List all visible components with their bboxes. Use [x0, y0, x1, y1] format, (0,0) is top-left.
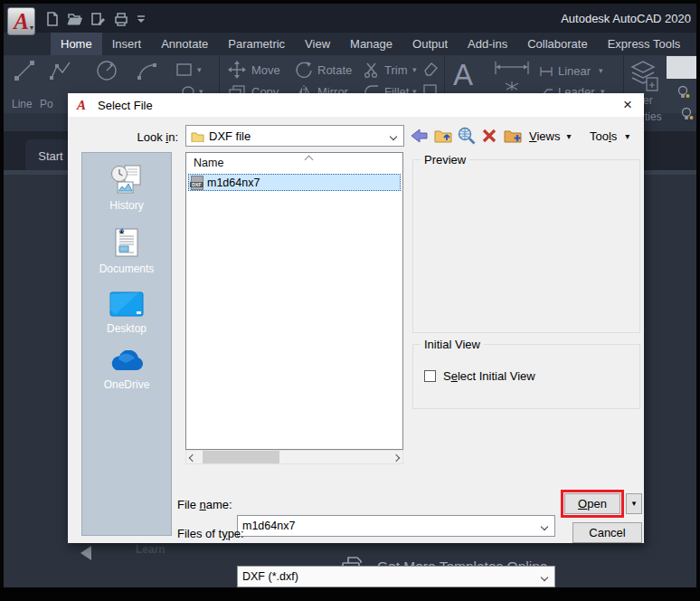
- chevron-down-icon: [541, 574, 548, 581]
- autocad-logo-icon: A: [14, 9, 29, 33]
- file-list[interactable]: Name DXF m1d64nx7: [185, 152, 403, 450]
- learn-section-label: Learn: [136, 543, 166, 556]
- linear-dim-icon[interactable]: [539, 65, 553, 78]
- look-in-label: Look in:: [99, 130, 178, 144]
- eraser-tool-icon[interactable]: [422, 60, 439, 76]
- file-row-selected[interactable]: DXF m1d64nx7: [188, 174, 401, 191]
- circle-tool-icon[interactable]: [94, 58, 119, 83]
- tab-output[interactable]: Output: [402, 33, 458, 55]
- app-titlebar: A ▾ Autodesk AutoCAD 2020: [4, 4, 696, 33]
- tab-insert[interactable]: Insert: [102, 33, 152, 55]
- dimension-tool-icon[interactable]: [492, 60, 532, 94]
- up-one-level-button[interactable]: [433, 126, 453, 146]
- rotate-tool-label[interactable]: Rotate: [317, 63, 352, 77]
- back-button[interactable]: [410, 126, 430, 146]
- ribbon-tab-bar: Home Insert Annotate Parametric View Man…: [51, 33, 696, 55]
- layer-properties-icon[interactable]: [629, 58, 661, 94]
- layer-bulb-icon[interactable]: [676, 85, 691, 100]
- scroll-left-arrow[interactable]: [186, 453, 199, 462]
- chevron-down-icon: [390, 133, 397, 140]
- autocad-app-button[interactable]: A ▾: [7, 7, 35, 35]
- select-initial-view-checkbox[interactable]: [424, 370, 436, 382]
- search-web-button[interactable]: [457, 126, 477, 146]
- customize-quick-access-icon[interactable]: [135, 12, 147, 26]
- layer-bulb-icon[interactable]: [680, 107, 695, 121]
- files-of-type-value: DXF (*.dxf): [242, 570, 298, 583]
- tab-view[interactable]: View: [295, 33, 340, 55]
- documents-icon: [113, 227, 140, 258]
- plot-icon[interactable]: [112, 11, 128, 27]
- tab-annotate[interactable]: Annotate: [151, 33, 218, 55]
- tab-collaborate[interactable]: Collaborate: [517, 33, 598, 55]
- tools-menu[interactable]: Tools ▾: [590, 129, 629, 143]
- close-icon[interactable]: ×: [619, 96, 637, 114]
- chevron-down-icon: ▾: [566, 131, 571, 141]
- scroll-right-arrow[interactable]: [390, 453, 402, 462]
- tab-add-ins[interactable]: Add-ins: [458, 33, 517, 55]
- views-menu[interactable]: Views ▾: [529, 129, 571, 143]
- place-desktop[interactable]: Desktop: [107, 291, 147, 335]
- screen: A ▾ Autodesk AutoCAD 2020 Home Insert An…: [0, 0, 700, 601]
- text-tool-icon[interactable]: A: [453, 58, 473, 92]
- place-onedrive[interactable]: OneDrive: [104, 350, 150, 391]
- autocad-logo-icon: A: [77, 98, 86, 113]
- bottom-bar: [0, 587, 700, 601]
- chevron-down-icon[interactable]: ▾: [599, 66, 603, 75]
- folder-icon: [191, 130, 204, 142]
- chevron-down-icon: [541, 523, 548, 530]
- new-folder-button[interactable]: [503, 126, 523, 146]
- cancel-button[interactable]: Cancel: [572, 522, 642, 543]
- dialog-titlebar[interactable]: A Select File: [68, 93, 644, 117]
- place-label: Desktop: [107, 322, 147, 335]
- chevron-down-icon: ▾: [30, 24, 33, 32]
- tab-parametric[interactable]: Parametric: [218, 33, 295, 55]
- tab-express-tools[interactable]: Express Tools: [598, 33, 691, 55]
- place-history[interactable]: History: [109, 164, 144, 212]
- save-file-icon[interactable]: [90, 11, 106, 27]
- move-tool-icon[interactable]: [228, 61, 246, 79]
- column-header-name[interactable]: Name: [194, 157, 223, 169]
- place-label: OneDrive: [104, 378, 150, 391]
- history-icon: [109, 164, 144, 195]
- linear-dim-label[interactable]: Linear: [558, 64, 591, 78]
- look-in-dropdown[interactable]: DXF file: [185, 125, 404, 147]
- file-name-text: m1d64nx7: [207, 176, 260, 189]
- file-name-value: m1d64nx7: [242, 520, 295, 532]
- polyline-tool-label: Po: [40, 98, 53, 110]
- collapse-chevron-icon[interactable]: [80, 546, 91, 560]
- file-name-input[interactable]: m1d64nx7: [237, 515, 555, 537]
- open-file-icon[interactable]: [66, 11, 83, 27]
- trim-tool-icon[interactable]: [364, 61, 380, 79]
- rotate-tool-icon[interactable]: [295, 61, 313, 79]
- sort-ascending-icon[interactable]: [305, 156, 314, 165]
- dialog-title: Select File: [98, 99, 153, 112]
- select-file-dialog: A Select File × Look in: DXF file Views …: [68, 93, 644, 543]
- places-bar: History Documents Desktop OneDrive: [81, 152, 172, 536]
- rectangle-tool-icon[interactable]: [175, 62, 194, 78]
- preview-label: Preview: [421, 153, 469, 167]
- scrollbar-thumb[interactable]: [203, 451, 279, 463]
- look-in-value: DXF file: [209, 129, 251, 143]
- trim-tool-label[interactable]: Trim: [384, 63, 408, 77]
- arc-tool-icon[interactable]: [136, 59, 159, 82]
- dxf-badge: DXF: [190, 182, 203, 187]
- chevron-down-icon[interactable]: ▾: [197, 65, 202, 74]
- quick-access-toolbar: [43, 11, 147, 27]
- layer-color-swatch[interactable]: [667, 56, 696, 79]
- tab-manage[interactable]: Manage: [340, 33, 402, 55]
- tab-featured-apps[interactable]: Featured Apps: [690, 33, 696, 55]
- move-tool-label[interactable]: Move: [251, 63, 280, 77]
- new-file-icon[interactable]: [43, 11, 60, 27]
- polyline-tool-icon[interactable]: [49, 59, 72, 82]
- open-split-dropdown[interactable]: ▾: [626, 493, 642, 514]
- place-documents[interactable]: Documents: [99, 227, 155, 275]
- files-of-type-dropdown[interactable]: DXF (*.dxf): [237, 566, 555, 587]
- select-initial-view-checkbox-label[interactable]: Select Initial View: [443, 369, 535, 383]
- files-of-type-label: Files of type:: [177, 527, 244, 540]
- delete-button[interactable]: [479, 126, 499, 146]
- preview-group: Preview: [412, 159, 640, 333]
- chevron-down-icon[interactable]: ▾: [412, 65, 417, 74]
- tab-home[interactable]: Home: [51, 33, 102, 55]
- line-tool-icon[interactable]: [13, 59, 36, 82]
- horizontal-scrollbar[interactable]: [185, 450, 403, 464]
